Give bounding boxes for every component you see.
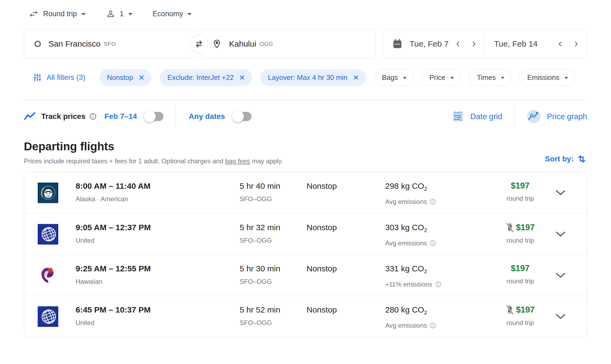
- flight-stops: Nonstop: [307, 181, 337, 191]
- swap-route-icon: [194, 39, 204, 49]
- price-graph-button[interactable]: Price graph: [526, 109, 587, 124]
- departing-flights-list: 8:00 AM – 11:40 AM Alaska · American 5 h…: [24, 172, 587, 337]
- filter-chip-menu[interactable]: Price: [422, 69, 461, 86]
- airline-logo-united: [38, 224, 58, 245]
- info-icon[interactable]: [430, 322, 436, 329]
- expand-flight-button[interactable]: [553, 187, 568, 198]
- vertical-divider: [175, 106, 176, 127]
- date-grid-icon: [451, 110, 464, 123]
- track-prices-group: Track prices Feb 7–14: [24, 110, 164, 122]
- origin-circle-icon: [34, 41, 41, 47]
- chevron-right-icon: [572, 40, 580, 48]
- price-graph-icon: [526, 109, 541, 124]
- expand-flight-button[interactable]: [553, 229, 568, 240]
- destination-code: OGG: [259, 41, 273, 47]
- flight-row[interactable]: 8:00 AM – 11:40 AM Alaska · American 5 h…: [24, 172, 587, 213]
- expand-chevron-icon: [555, 231, 566, 238]
- passengers-count: 1: [120, 10, 124, 18]
- chevron-down-icon: [450, 77, 454, 79]
- flight-duration: 5 hr 52 min: [240, 305, 280, 315]
- close-icon[interactable]: [138, 74, 145, 81]
- flight-price-note: round trip: [474, 195, 566, 202]
- trip-type-selector[interactable]: Round trip: [28, 9, 86, 19]
- info-icon[interactable]: [89, 113, 97, 120]
- flight-emissions: 303 kg CO2: [385, 222, 436, 235]
- any-dates-label: Any dates: [189, 112, 225, 121]
- expand-flight-button[interactable]: [553, 311, 568, 322]
- track-prices-label: Track prices: [41, 112, 85, 121]
- filter-chip-menu[interactable]: Emissions: [519, 69, 575, 86]
- flight-emissions-note: Avg emissions: [385, 198, 436, 206]
- departure-date-prev-button[interactable]: [454, 40, 462, 48]
- chevron-right-icon: [470, 40, 478, 48]
- origin-code: SFO: [104, 41, 116, 47]
- flight-price-note: round trip: [474, 237, 566, 244]
- flight-duration: 5 hr 30 min: [240, 264, 280, 274]
- swap-route-button[interactable]: [190, 35, 208, 53]
- return-date-next-button[interactable]: [572, 40, 580, 48]
- passengers-selector[interactable]: 1: [106, 9, 133, 19]
- price-graph-label: Price graph: [547, 112, 587, 121]
- sort-by-button[interactable]: Sort by:: [545, 154, 587, 165]
- flight-row[interactable]: 9:25 AM – 12:55 PM Hawaiian 5 hr 30 min …: [24, 255, 587, 296]
- date-grid-label: Date grid: [470, 112, 502, 121]
- cabin-class-label: Economy: [153, 10, 183, 18]
- return-date-prev-button[interactable]: [557, 40, 564, 48]
- chevron-down-icon: [564, 77, 568, 79]
- chevron-down-icon: [187, 13, 192, 15]
- flight-stops: Nonstop: [307, 264, 337, 274]
- return-date-field[interactable]: Tue, Feb 14: [484, 30, 587, 58]
- chevron-down-icon: [403, 77, 407, 79]
- destination-city: Kahului: [229, 39, 256, 48]
- info-icon[interactable]: [430, 240, 436, 246]
- origin-field[interactable]: San Francisco SFO: [24, 29, 197, 58]
- filter-chip-active[interactable]: Nonstop: [99, 69, 152, 86]
- all-filters-button[interactable]: All filters (3): [33, 73, 85, 82]
- bag-fees-link[interactable]: bag fees: [225, 157, 250, 165]
- airline-logo-alaska: [38, 183, 58, 203]
- flight-price-note: round trip: [474, 277, 566, 285]
- filter-chip-menu[interactable]: Bags: [374, 69, 413, 86]
- flight-emissions: 298 kg CO2: [385, 181, 436, 194]
- departure-date-next-button[interactable]: [470, 40, 478, 48]
- filter-menu-chips: BagsPriceTimesEmissions: [374, 69, 575, 86]
- info-icon[interactable]: [435, 281, 442, 288]
- origin-city: San Francisco: [49, 39, 101, 48]
- flight-emissions: 280 kg CO2: [385, 305, 436, 318]
- chevron-down-icon: [501, 77, 504, 79]
- vertical-divider: [514, 106, 514, 127]
- chevron-left-icon: [557, 40, 564, 48]
- departure-date: Tue, Feb 7: [410, 39, 449, 48]
- flight-airlines: Alaska · American: [76, 195, 150, 203]
- close-icon[interactable]: [239, 74, 246, 81]
- swap-horiz-icon: [28, 9, 39, 19]
- flight-route: SFO–OGG: [240, 237, 280, 244]
- any-dates-toggle[interactable]: [232, 110, 252, 122]
- person-icon: [106, 9, 115, 19]
- departure-date-field[interactable]: Tue, Feb 7: [383, 30, 484, 58]
- flight-emissions-note: Avg emissions: [385, 239, 436, 247]
- expand-chevron-icon: [555, 313, 566, 320]
- filters-icon: [33, 73, 42, 82]
- filter-chip-menu[interactable]: Times: [469, 69, 511, 86]
- cabin-class-selector[interactable]: Economy: [153, 10, 192, 18]
- filter-chip-active[interactable]: Exclude: InterJet +22: [160, 69, 252, 86]
- track-prices-toggle[interactable]: [144, 110, 164, 122]
- chevron-down-icon: [128, 13, 133, 15]
- price-disclaimer: Prices include required taxes + fees for…: [24, 157, 283, 165]
- results-header: Departing flights Prices include require…: [24, 140, 587, 165]
- flight-row[interactable]: 9:05 AM – 12:37 PM United 5 hr 32 min SF…: [24, 213, 587, 255]
- filter-chip-label: Times: [477, 73, 496, 82]
- date-grid-button[interactable]: Date grid: [451, 110, 502, 123]
- destination-field[interactable]: Kahului OGG: [201, 29, 376, 58]
- close-icon[interactable]: [352, 74, 359, 81]
- sort-by-label: Sort by:: [545, 155, 574, 163]
- flight-price: $197: [511, 181, 530, 191]
- active-filter-chips: NonstopExclude: InterJet +22Layover: Max…: [99, 69, 366, 86]
- flight-row[interactable]: 6:45 PM – 10:37 PM United 5 hr 52 min SF…: [24, 296, 587, 337]
- info-icon[interactable]: [430, 199, 436, 205]
- filter-chip-active[interactable]: Layover: Max 4 hr 30 min: [260, 69, 366, 86]
- flight-airlines: Hawaiian: [76, 278, 151, 285]
- flight-price: $197: [511, 264, 530, 273]
- expand-flight-button[interactable]: [553, 270, 568, 281]
